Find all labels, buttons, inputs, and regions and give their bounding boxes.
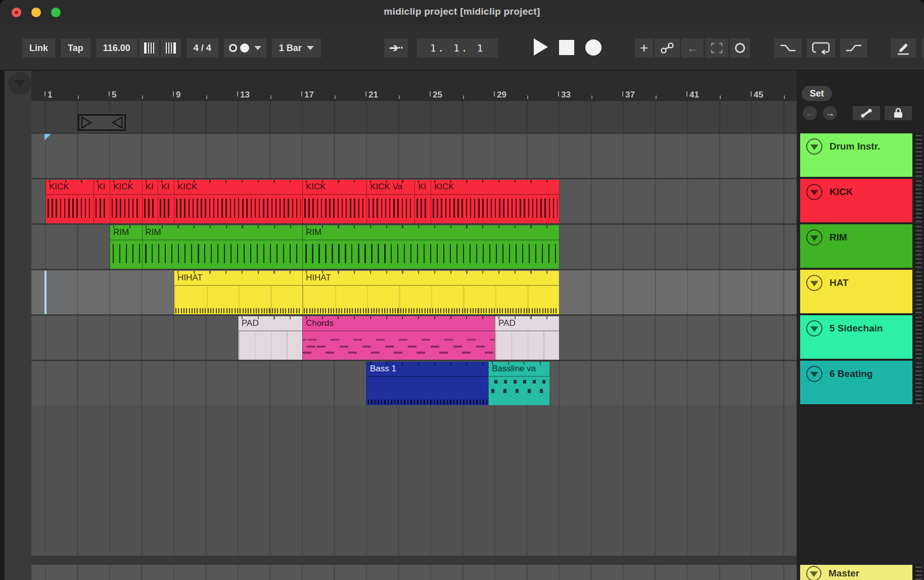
clip[interactable]: KICK (45, 180, 94, 223)
track-lane-hat[interactable]: HIHATHIHAT (31, 270, 797, 316)
fold-track-icon[interactable] (806, 275, 822, 291)
ruler-bar-label: 13 (237, 90, 250, 100)
clip-label: RIM (306, 227, 321, 237)
ruler-bar-label: 5 (109, 90, 116, 100)
clip-notes-preview (415, 195, 431, 223)
chevron-down-icon (14, 80, 25, 87)
scrub-area[interactable] (31, 101, 797, 132)
clip[interactable]: PAD (495, 316, 559, 360)
clip[interactable]: KI (142, 180, 158, 223)
fold-track-icon[interactable] (806, 184, 822, 200)
ableton-live-window: midiclip project [midiclip project] Link… (0, 0, 924, 580)
punch-in-button[interactable] (774, 38, 802, 58)
metronome-menu-caret-icon[interactable] (254, 46, 261, 50)
follow-button[interactable]: ➔·· (384, 38, 408, 58)
track-header-rim[interactable]: RIM (800, 224, 912, 268)
clip[interactable]: HIHAT (302, 271, 559, 314)
clip[interactable]: PAD (238, 316, 302, 360)
link-track-button[interactable] (853, 106, 880, 120)
ruler-tick-icon (430, 91, 431, 96)
master-track-lane[interactable] (31, 565, 797, 580)
set-button[interactable]: Set (802, 86, 832, 101)
fold-track-icon[interactable] (806, 138, 822, 155)
arrangement-loop-brace[interactable] (78, 114, 126, 131)
arrangement-position-display[interactable]: 1. 1. 1 (417, 38, 498, 58)
clip[interactable]: KICK (431, 180, 559, 223)
beat-time-ruler[interactable]: 159131721252933374145 (31, 77, 797, 101)
midi-overdub-button[interactable] (655, 38, 680, 58)
window-title: midiclip project [midiclip project] (0, 6, 924, 17)
clip-notes-preview (489, 377, 549, 405)
clip[interactable]: RIM (302, 225, 559, 269)
track-lane-kick[interactable]: KICKKIKICKKIKIKICKKICKKICK VaKIKICK (31, 179, 797, 225)
link-button[interactable]: Link (22, 38, 55, 58)
capture-midi-plus-button[interactable]: + (635, 38, 653, 58)
track-header-kick[interactable]: KICK (800, 179, 912, 222)
track-overview-sliver (914, 224, 922, 268)
loop-circle-button[interactable] (730, 38, 750, 58)
track-name: HAT (829, 275, 849, 288)
clip-notes-preview (495, 331, 559, 360)
history-back-button[interactable]: ← (803, 106, 817, 120)
track-header-drum-instr-[interactable]: Drum Instr. (800, 133, 912, 177)
fold-track-icon[interactable] (806, 366, 822, 382)
punch-selection-button[interactable] (705, 38, 728, 58)
track-overview-sliver (914, 270, 922, 313)
empty-arrangement-area[interactable] (31, 405, 797, 556)
browser-fold-button[interactable] (8, 72, 31, 95)
time-signature-field[interactable]: 4 / 4 (187, 38, 218, 58)
tap-tempo-button[interactable]: Tap (61, 38, 90, 58)
ruler-minor-tick (142, 95, 143, 99)
track-header-5-sidechain[interactable]: 5 Sidechain (800, 315, 912, 359)
ruler-tick-icon (686, 91, 687, 96)
draw-mode-button[interactable] (891, 38, 916, 58)
clip[interactable]: Bass 1 (366, 362, 488, 405)
tempo-field[interactable]: 116.00 (96, 38, 137, 58)
metronome-button[interactable] (224, 38, 266, 58)
clip[interactable]: KICK (110, 180, 142, 223)
clip[interactable]: KI (94, 180, 110, 223)
computer-midi-keyboard-button[interactable] (922, 38, 924, 58)
fold-track-icon[interactable] (806, 320, 822, 336)
master-track-header[interactable]: Master (800, 565, 912, 580)
re-enable-automation-button[interactable]: ← (681, 38, 704, 58)
overdub-link-icon (660, 41, 675, 55)
track-header-hat[interactable]: HAT (800, 270, 912, 313)
selection-brackets-icon (710, 41, 723, 55)
clip[interactable]: Chords (302, 316, 495, 360)
clip[interactable]: Bassline va (488, 362, 549, 405)
record-button[interactable] (585, 39, 602, 56)
clip-label: Bass 1 (370, 364, 396, 374)
history-forward-button[interactable]: → (823, 106, 837, 120)
arrangement-start-marker[interactable] (44, 134, 51, 140)
track-lane-rim[interactable]: RIMRIMRIM (31, 225, 797, 270)
clip[interactable]: HIHAT (174, 271, 302, 314)
clip[interactable]: KI (158, 180, 174, 223)
stop-button[interactable] (559, 40, 574, 55)
fold-track-icon[interactable] (806, 229, 822, 246)
ruler-bar-label: 17 (301, 90, 314, 100)
clip[interactable]: KI (414, 180, 431, 223)
nudge-down-button[interactable] (139, 38, 159, 58)
lock-button[interactable] (885, 106, 912, 120)
diagonal-link-icon (860, 108, 873, 119)
clip[interactable]: KICK (302, 180, 366, 223)
clip[interactable]: RIM (110, 225, 142, 269)
arrangement-loop-button[interactable] (807, 38, 835, 58)
track-header-6-beating[interactable]: 6 Beating (800, 361, 912, 404)
ruler-minor-tick (78, 95, 79, 99)
track-lane-5-sidechain[interactable]: PADChordsPAD (31, 316, 797, 361)
clip[interactable]: RIM (142, 225, 303, 269)
track-lane-6-beating[interactable]: Bass 1Bassline va (31, 361, 797, 407)
quantization-menu[interactable]: 1 Bar (272, 38, 321, 58)
clip-notes-preview (303, 286, 559, 314)
track-lane-drum-instr-[interactable] (31, 134, 797, 179)
clip[interactable]: KICK Va (366, 180, 414, 223)
nudge-up-button[interactable] (161, 38, 181, 58)
fold-track-icon[interactable] (806, 566, 821, 580)
clip[interactable]: KICK (174, 180, 302, 223)
metronome-icon (229, 44, 237, 52)
clip-label: KICK (49, 182, 69, 192)
punch-out-button[interactable] (840, 38, 867, 58)
play-button[interactable] (534, 38, 548, 56)
